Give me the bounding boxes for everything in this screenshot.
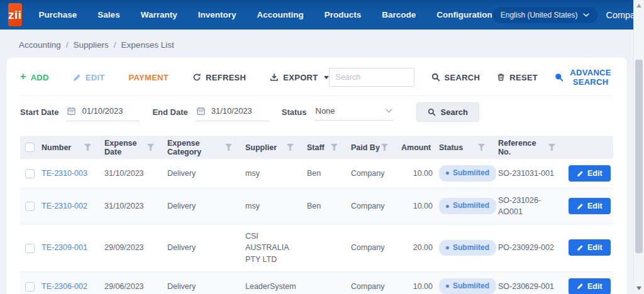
export-button[interactable]: EXPORT — [270, 73, 328, 82]
expense-number-link[interactable]: TE-2310-002 — [42, 202, 87, 210]
advance-search-button[interactable]: ADVANCE SEARCH — [555, 68, 613, 87]
status-badge-label: Submiited — [453, 281, 489, 291]
edit-row-button[interactable]: Edit — [569, 278, 611, 294]
reset-button[interactable]: RESET — [497, 73, 538, 82]
download-icon — [270, 73, 279, 82]
cell-staff — [307, 241, 351, 254]
chevron-down-icon — [583, 13, 589, 17]
add-label: ADD — [31, 73, 49, 82]
expense-number-link[interactable]: TE-2309-001 — [42, 243, 87, 252]
search-input[interactable] — [329, 68, 414, 87]
nav-item-barcode[interactable]: Barcode — [382, 10, 416, 19]
scrollbar-up-arrow-icon[interactable] — [636, 4, 641, 8]
nav-menu: Purchase Sales Warranty Inventory Accoun… — [39, 10, 492, 19]
expenses-card: + ADD EDIT PAYMENT REFRESH — [6, 58, 627, 294]
nav-item-sales[interactable]: Sales — [97, 10, 119, 19]
scrollbar-thumb[interactable] — [635, 60, 643, 253]
chevron-down-icon — [386, 109, 392, 113]
expense-number-link[interactable]: TE-2306-002 — [42, 282, 87, 291]
cell-supplier: msy — [245, 194, 307, 218]
cell-staff: Ben — [307, 194, 351, 218]
col-supplier-label: Supplier — [245, 143, 277, 152]
cell-staff: Ben — [307, 161, 351, 185]
col-status-label: Status — [439, 143, 463, 152]
cell-paid-by: Company — [351, 194, 401, 218]
refresh-button[interactable]: REFRESH — [192, 73, 246, 82]
start-date-input[interactable] — [80, 106, 138, 116]
table-row: TE-2306-002 29/06/2023 Delivery LeaderSy… — [20, 272, 613, 294]
cell-expense-category: Delivery — [167, 194, 245, 218]
payment-button[interactable]: PAYMENT — [129, 73, 169, 82]
table-row: TE-2309-001 29/09/2023 Delivery CSI AUST… — [20, 224, 613, 271]
language-selector[interactable]: English (United States) — [492, 7, 598, 23]
cell-reference-no: PO-230929-002 — [498, 236, 569, 259]
select-all-checkbox[interactable] — [25, 143, 35, 152]
breadcrumb-separator: / — [114, 40, 116, 50]
filter-funnel-icon[interactable] — [147, 144, 154, 151]
edit-row-button[interactable]: Edit — [569, 198, 611, 214]
edit-row-button[interactable]: Edit — [569, 239, 611, 256]
filter-search-button[interactable]: Search — [416, 102, 479, 122]
cell-supplier: LeaderSystem — [245, 275, 307, 294]
status-badge: Submiited — [439, 165, 496, 181]
top-nav: zii Purchase Sales Warranty Inventory Ac… — [0, 0, 633, 30]
filter-funnel-icon[interactable] — [478, 144, 485, 151]
vertical-scrollbar[interactable] — [633, 0, 644, 294]
refresh-icon — [192, 73, 201, 82]
toolbar-left: + ADD EDIT PAYMENT REFRESH — [20, 73, 329, 82]
nav-item-products[interactable]: Products — [325, 10, 362, 19]
edit-row-button[interactable]: Edit — [569, 165, 611, 182]
toolbar-right: SEARCH RESET ADVANCE SEARCH — [329, 68, 613, 87]
cell-paid-by: Company — [351, 236, 401, 259]
filter-funnel-icon[interactable] — [287, 144, 294, 151]
app-logo[interactable]: zii — [8, 3, 22, 26]
nav-item-purchase[interactable]: Purchase — [39, 10, 77, 19]
filter-funnel-icon[interactable] — [84, 144, 91, 151]
end-date-field[interactable] — [196, 103, 269, 121]
filter-funnel-icon[interactable] — [381, 144, 388, 151]
export-caret-icon — [324, 76, 329, 79]
calendar-icon — [197, 107, 205, 115]
table-row: TE-2310-003 31/10/2023 Delivery msy Ben … — [20, 159, 613, 188]
row-checkbox[interactable] — [25, 202, 35, 211]
breadcrumb-expenses-list[interactable]: Expenses List — [121, 40, 174, 50]
advance-search-label: ADVANCE SEARCH — [568, 68, 613, 87]
status-badge-label: Submiited — [453, 242, 489, 253]
search-icon — [428, 108, 436, 116]
col-staff-label: Staff — [307, 143, 325, 152]
plus-icon: + — [20, 72, 26, 82]
start-date-field[interactable] — [66, 103, 140, 121]
nav-item-inventory[interactable]: Inventory — [198, 10, 236, 19]
cell-paid-by: Company — [351, 161, 401, 185]
nav-item-accounting[interactable]: Accounting — [257, 10, 303, 19]
scrollbar-down-arrow-icon[interactable] — [636, 286, 641, 290]
breadcrumb-suppliers[interactable]: Suppliers — [74, 40, 109, 50]
search-button[interactable]: SEARCH — [431, 73, 480, 82]
cell-paid-by: Company — [351, 275, 401, 294]
row-checkbox[interactable] — [25, 169, 35, 178]
filter-funnel-icon[interactable] — [331, 144, 338, 151]
end-date-input[interactable] — [210, 106, 268, 116]
filter-funnel-icon[interactable] — [548, 144, 555, 151]
cell-expense-category: Delivery — [167, 275, 245, 294]
breadcrumb-separator: / — [66, 40, 69, 50]
export-label: EXPORT — [283, 73, 318, 82]
breadcrumb-accounting[interactable]: Accounting — [19, 40, 61, 50]
nav-item-warranty[interactable]: Warranty — [141, 10, 177, 19]
row-checkbox[interactable] — [25, 282, 35, 291]
row-checkbox[interactable] — [25, 244, 35, 253]
cell-amount: 20.00 — [401, 236, 439, 259]
edit-toolbar-button[interactable]: EDIT — [73, 73, 105, 82]
breadcrumb: Accounting / Suppliers / Expenses List — [0, 30, 633, 58]
filter-funnel-icon[interactable] — [225, 144, 232, 151]
expense-number-link[interactable]: TE-2310-003 — [42, 169, 87, 178]
col-expense-date-label: Expense Date — [104, 139, 147, 156]
add-button[interactable]: + ADD — [20, 73, 49, 82]
status-select[interactable]: None — [314, 104, 394, 121]
nav-item-configuration[interactable]: Configuration — [436, 10, 492, 19]
pencil-icon — [577, 283, 584, 290]
reset-label: RESET — [509, 73, 538, 82]
cell-expense-date: 31/10/2023 — [104, 161, 167, 185]
status-badge: Submiited — [439, 240, 496, 256]
search-label: SEARCH — [445, 73, 480, 82]
